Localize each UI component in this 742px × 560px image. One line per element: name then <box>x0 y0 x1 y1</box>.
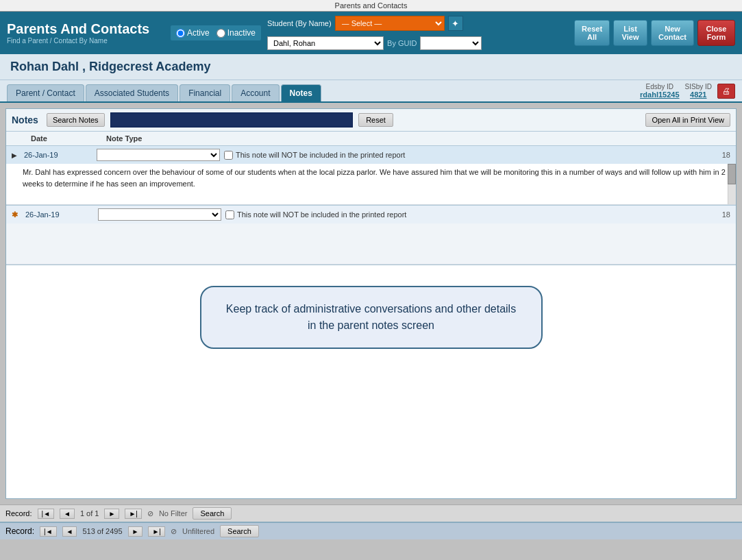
search-bar[interactable] <box>110 112 354 127</box>
close-form-button[interactable]: Close Form <box>697 20 735 46</box>
inner-search-button[interactable]: Search <box>193 507 232 520</box>
tabs-row: Parent / Contact Associated Students Fin… <box>0 80 742 103</box>
inactive-radio[interactable] <box>217 29 225 38</box>
inner-record-info: 1 of 1 <box>80 509 99 518</box>
scroll-thumb-1[interactable] <box>728 164 736 184</box>
reset-button[interactable]: Reset <box>358 113 393 127</box>
row-expand-arrow-1[interactable]: ▶ <box>12 151 20 159</box>
page-title: Parents And Contacts <box>7 21 164 37</box>
inner-filter-info: ⊘ <box>147 509 153 518</box>
sisby-id-value[interactable]: 4821 <box>690 90 706 99</box>
find-row: Student (By Name) — Select — ✦ <box>267 16 482 31</box>
note-row-2: ✱ 26-Jan-19 This note will NOT be includ… <box>6 206 736 265</box>
edsby-id-value[interactable]: rdahl15245 <box>640 90 679 99</box>
note-row-1: ▶ 26-Jan-19 This note will NOT be includ… <box>6 146 736 206</box>
person-name: Rohan Dahl , Ridgecrest Academy <box>10 60 210 73</box>
status-radio-group: Active Inactive <box>170 25 262 41</box>
header-left: Parents And Contacts Find a Parent / Con… <box>7 21 164 45</box>
inner-filter-label: No Filter <box>159 509 188 518</box>
note-row-2-header: ✱ 26-Jan-19 This note will NOT be includ… <box>6 206 736 223</box>
notes-toolbar: Notes Search Notes Reset Open All in Pri… <box>6 109 736 132</box>
outer-nav-prev[interactable]: ◄ <box>62 526 77 537</box>
outer-bottom-bar: Record: |◄ ◄ 513 of 2495 ► ►| ⊘ Unfilter… <box>0 522 742 539</box>
note-checkbox-1[interactable] <box>224 151 233 160</box>
outer-record-prefix: Record: <box>5 526 34 536</box>
outer-nav-first[interactable]: |◄ <box>40 526 57 537</box>
note-checkbox-label-1[interactable]: This note will NOT be included in the pr… <box>224 151 713 160</box>
header: Parents And Contacts Find a Parent / Con… <box>0 12 742 54</box>
tab-notes[interactable]: Notes <box>281 84 321 101</box>
active-radio-label[interactable]: Active <box>176 28 210 38</box>
inner-nav-last[interactable]: ►| <box>125 509 142 519</box>
tab-financial[interactable]: Financial <box>180 84 230 101</box>
outer-nav-last[interactable]: ►| <box>148 526 165 537</box>
inner-nav-prev[interactable]: ◄ <box>60 509 75 519</box>
action-buttons-row: Reset All List View New Contact Close Fo… <box>574 20 735 46</box>
outer-filter-icon: ⊘ <box>171 527 177 536</box>
find-by-name-select[interactable]: Dahl, Rohan <box>267 36 384 50</box>
scrollbar-1[interactable] <box>728 164 736 204</box>
window-title: Parents and Contacts <box>335 1 408 10</box>
note-type-select-2[interactable] <box>98 208 221 221</box>
sisby-id-group: SISby ID 4821 <box>685 83 712 99</box>
active-radio[interactable] <box>176 29 185 38</box>
edsby-id-label: Edsby ID <box>646 83 674 90</box>
notes-section-title: Notes <box>12 114 38 125</box>
inner-nav-first[interactable]: |◄ <box>38 509 55 519</box>
tab-ids: Edsby ID rdahl15245 SISby ID 4821 🖨 <box>640 83 735 99</box>
note-date-2: 26-Jan-19 <box>25 210 94 219</box>
outer-record-info: 513 of 2495 <box>82 527 122 535</box>
find-group: Student (By Name) — Select — ✦ Dahl, Roh… <box>267 16 482 50</box>
inactive-radio-label[interactable]: Inactive <box>217 28 256 38</box>
student-by-name-label: Student (By Name) <box>267 19 332 27</box>
list-view-button[interactable]: List View <box>613 20 647 46</box>
tooltip-bubble: Keep track of administrative conversatio… <box>200 286 543 349</box>
title-bar: Parents and Contacts <box>0 0 742 12</box>
note-checkbox-label-2[interactable]: This note will NOT be included in the pr… <box>225 210 713 219</box>
col-note-type-header: Note Type <box>106 134 730 143</box>
outer-filter-label: Unfiltered <box>182 527 214 535</box>
note-row-1-header: ▶ 26-Jan-19 This note will NOT be includ… <box>6 146 736 164</box>
student-select[interactable]: — Select — <box>335 16 445 31</box>
reset-all-button[interactable]: Reset All <box>574 20 610 46</box>
col-date-header: Date <box>31 134 106 143</box>
header-buttons: Reset All List View New Contact Close Fo… <box>574 20 735 46</box>
guid-select[interactable] <box>420 36 482 50</box>
sisby-id-label: SISby ID <box>685 83 712 90</box>
inner-bottom-bar: Record: |◄ ◄ 1 of 1 ► ►| ⊘ No Filter Sea… <box>0 504 742 522</box>
inner-record-prefix: Record: <box>5 509 32 518</box>
tab-account[interactable]: Account <box>232 84 279 101</box>
notes-col-headers: Date Note Type <box>6 132 736 146</box>
by-guid-label: By GUID <box>387 39 417 47</box>
note-row-num-1: 18 <box>717 151 730 159</box>
find-label: Find a Parent / Contact By Name <box>7 37 164 45</box>
note-text-1: Mr. Dahl has expressed concern over the … <box>6 164 736 205</box>
notes-panel: Notes Search Notes Reset Open All in Pri… <box>5 108 737 499</box>
tab-parent-contact[interactable]: Parent / Contact <box>7 84 84 101</box>
print-icon[interactable]: 🖨 <box>717 84 735 99</box>
tab-associated-students[interactable]: Associated Students <box>86 84 178 101</box>
star-button[interactable]: ✦ <box>448 16 463 31</box>
row-new-indicator: ✱ <box>12 210 21 219</box>
note-row-num-2: 18 <box>717 210 730 219</box>
open-all-print-button[interactable]: Open All in Print View <box>645 113 730 127</box>
new-contact-button[interactable]: New Contact <box>651 20 694 46</box>
note-type-select-1[interactable] <box>97 149 220 161</box>
note-text-2 <box>6 223 736 265</box>
find-name-row: Dahl, Rohan By GUID <box>267 36 482 50</box>
person-header: Rohan Dahl , Ridgecrest Academy <box>0 54 742 80</box>
outer-nav-next[interactable]: ► <box>128 526 143 537</box>
edsby-id-group: Edsby ID rdahl15245 <box>640 83 679 99</box>
search-notes-button[interactable]: Search Notes <box>47 113 105 127</box>
note-date-1: 26-Jan-19 <box>24 151 92 159</box>
inner-nav-next[interactable]: ► <box>104 509 119 519</box>
note-checkbox-2[interactable] <box>225 210 234 219</box>
outer-search-button[interactable]: Search <box>220 525 259 537</box>
